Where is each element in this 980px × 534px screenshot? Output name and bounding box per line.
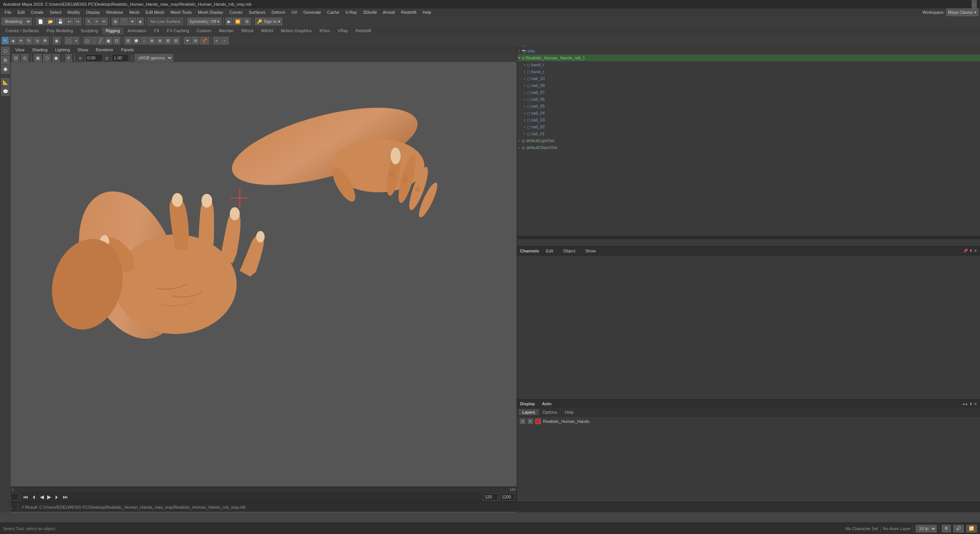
tab-bifrost[interactable]: Bifrost [238,27,257,35]
pin-btn[interactable]: 📌 [200,37,209,44]
tree-item-nail-01[interactable]: ▸ ◻ nail_01 [517,130,980,137]
anim-preferences-btn[interactable]: ⚙ [942,525,951,532]
edge-btn[interactable]: ╱ [97,37,104,44]
redo-button[interactable]: ↪ [74,18,81,25]
anim-disp-icon2[interactable]: ▸ [966,402,968,406]
coord-y-input[interactable]: 1.00 [112,54,129,62]
tree-item-default-object-set[interactable]: ▸ ◎ defaultObjectSet [517,144,980,151]
layer-playback-btn[interactable]: P [528,419,533,424]
tree-item-realistic-hands[interactable]: ▾ ⊞ Realistic_Human_Hands_ndt_1 [517,54,980,61]
display-mode-btn[interactable]: ▣ [34,54,42,62]
viewport-menu-renderer[interactable]: Renderer [93,47,116,53]
menu-mesh-tools[interactable]: Mesh Tools [167,9,195,15]
channel-expand-icon[interactable]: ⬆ [969,249,972,253]
merge-btn[interactable]: ⊕ [148,37,155,44]
tree-item-nail-10[interactable]: ▸ ◻ nail_10 [517,75,980,82]
module-select[interactable]: Modeling Rigging Animation FX [2,18,32,25]
tab-motion-graphics[interactable]: Motion Graphics [277,27,316,35]
options-tab[interactable]: Options [539,409,561,415]
outliner-scrollbar[interactable] [517,236,980,239]
insert-loop-btn[interactable]: ⊞ [164,37,172,44]
offset-loop-btn[interactable]: ⊟ [172,37,180,44]
target-weld-btn[interactable]: ⊗ [156,37,164,44]
face-btn[interactable]: ▣ [105,37,112,44]
snap-surface-btn[interactable]: ◈ [137,18,144,25]
loop-btn[interactable]: 🔁 [966,525,977,532]
menu-create[interactable]: Create [28,9,47,15]
tree-item-nail-07[interactable]: ▸ ◻ nail_07 [517,89,980,96]
tab-alembic[interactable]: Alembic [215,27,237,35]
deformer-tool[interactable]: ⊞ [1,56,10,64]
menu-deform[interactable]: Deform [268,9,288,15]
tab-redshift[interactable]: Redshift [352,27,375,35]
tree-item-hand-l[interactable]: ▸ ◻ hand_l [517,61,980,68]
soft-select-btn[interactable]: ◉ [53,37,61,44]
menu-edit-mesh[interactable]: Edit Mesh [142,9,167,15]
viewport-menu-view[interactable]: View [12,47,28,53]
tab-custom[interactable]: Custom [193,27,215,35]
tab-rigging[interactable]: Rigging [102,27,124,35]
peg-btn[interactable]: ✦ [184,37,191,44]
menu-cache[interactable]: Cache [324,9,342,15]
tab-animation[interactable]: Animation [124,27,150,35]
tab-vray[interactable]: VRay [334,27,352,35]
viewport-menu-shading[interactable]: Shading [29,47,51,53]
maximize-button[interactable]: □ [972,2,977,7]
tree-item-side[interactable]: ▸ 📷 side [517,48,980,54]
snap-curve-btn[interactable]: ⌒ [120,18,128,25]
range-end-input[interactable] [483,493,498,501]
view-orbit-btn[interactable]: ⊙ [21,54,28,62]
channel-close-icon[interactable]: ✕ [974,249,977,253]
menu-display[interactable]: Display [83,9,103,15]
menu-vray[interactable]: V-Ray [342,9,360,15]
component-mode-btn[interactable]: ◻ [83,37,91,44]
viewport-menu-lighting[interactable]: Lighting [52,47,73,53]
render-settings-btn[interactable]: ⚙ [243,18,251,25]
grid-btn[interactable]: # [65,54,72,62]
menu-mesh[interactable]: Mesh [126,9,142,15]
anim-disp-icon3[interactable]: ⬆ [969,402,972,406]
paint-tool-btn[interactable]: ◈ [10,37,16,44]
menu-uv[interactable]: UV [288,9,300,15]
new-button[interactable]: 📄 [36,18,45,25]
menu-windows[interactable]: Windows [103,9,126,15]
playback-speed-input[interactable] [500,493,515,501]
fps-select[interactable]: 24 fps 30 fps 60 fps [916,525,937,532]
menu-modify[interactable]: Modify [64,9,83,15]
select-mode-btn[interactable]: ↖ [85,18,93,25]
color-space-select[interactable]: sRGB gamma [135,54,173,62]
audio-btn[interactable]: 🔊 [953,525,964,532]
layers-tab[interactable]: Layers [519,409,539,415]
anim-disp-icon1[interactable]: ◂ [962,402,964,406]
channel-menu-edit[interactable]: Edit [543,248,556,254]
range-bar[interactable]: 1 120 [11,486,517,492]
arrow-btn[interactable]: → [221,37,229,44]
bevel-btn[interactable]: ⬟ [133,37,140,44]
coord-x-input[interactable]: 0.00 [85,54,103,62]
tree-item-nail-06[interactable]: ▸ ◻ nail_06 [517,96,980,103]
tree-item-default-light-set[interactable]: ▸ ◎ defaultLightSet [517,137,980,144]
menu-generate[interactable]: Generate [300,9,324,15]
snap-point-btn[interactable]: ✦ [129,18,136,25]
tab-curves-surfaces[interactable]: Curves / Surfaces [2,27,43,35]
marquee-btn[interactable]: ⬚ [65,37,72,44]
anim-tab[interactable]: Anim [539,401,555,407]
bridge-btn[interactable]: ⬦ [141,37,147,44]
plus-btn[interactable]: + [213,37,219,44]
menu-mesh-display[interactable]: Mesh Display [195,9,226,15]
step-back-btn[interactable]: ⏴ [31,493,38,501]
viewport-menu-show[interactable]: Show [75,47,92,53]
menu-3dtoall[interactable]: 3DtoAll [360,9,380,15]
channel-menu-object[interactable]: Object [560,248,578,254]
undo-button[interactable]: ↩ [66,18,73,25]
vertex-btn[interactable]: · [92,37,97,44]
go-to-start-btn[interactable]: ⏮ [22,493,29,501]
measure-tool[interactable]: 📐 [1,78,10,87]
tree-item-nail-09[interactable]: ▸ ◻ nail_09 [517,82,980,89]
select-tool-btn[interactable]: ↖ [2,37,9,44]
step-fwd-btn[interactable]: ⏵ [54,493,61,501]
workspace-select[interactable]: Maya Classic ▾ [946,8,978,16]
menu-help[interactable]: Help [420,9,435,15]
paint-select-btn[interactable]: ✏ [100,18,108,25]
symmetry-btn[interactable]: Symmetry: Off ▾ [187,18,221,25]
